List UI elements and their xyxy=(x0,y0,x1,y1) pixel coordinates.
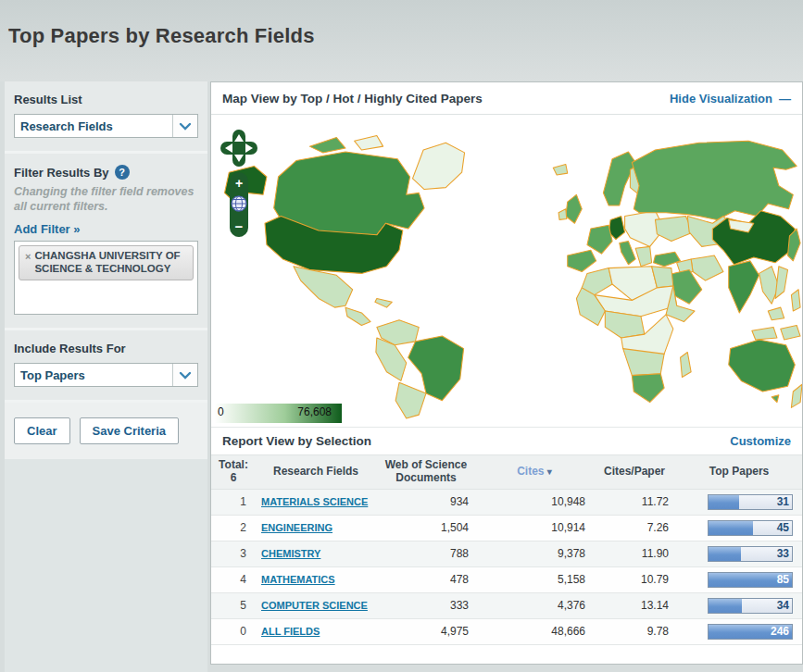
row-cites: 48,666 xyxy=(476,618,593,644)
main-panel: Map View by Top / Hot / Highly Cited Pap… xyxy=(210,81,803,665)
globe-icon[interactable] xyxy=(232,196,246,211)
save-criteria-button[interactable]: Save Criteria xyxy=(80,417,180,444)
include-results-dropdown[interactable]: Top Papers xyxy=(14,363,198,387)
report-row: 4MATHEMATICS4785,15810.7985 xyxy=(211,566,802,592)
row-docs: 4,975 xyxy=(376,618,476,644)
row-cites-per-paper: 11.72 xyxy=(593,489,676,515)
column-cites-per-paper[interactable]: Cites/Paper xyxy=(593,455,676,489)
map-legend-gradient: 0 76,608 xyxy=(215,404,342,423)
filter-panel: Filter Results By ? Changing the filter … xyxy=(5,154,207,330)
report-row: 1MATERIALS SCIENCE93410,94811.7231 xyxy=(211,489,802,515)
row-cites-per-paper: 7.26 xyxy=(593,515,676,541)
filter-chip[interactable]: × CHANGSHA UNIVERSITY OF SCIENCE & TECHN… xyxy=(19,245,194,280)
row-cites-per-paper: 10.79 xyxy=(593,566,676,592)
research-field-link[interactable]: ALL FIELDS xyxy=(261,626,320,639)
hide-visualization-link[interactable]: Hide Visualization — xyxy=(670,92,791,106)
total-value: 6 xyxy=(213,472,254,485)
research-field-link[interactable]: MATERIALS SCIENCE xyxy=(261,496,368,509)
top-papers-value: 33 xyxy=(777,547,789,561)
hide-visualization-label: Hide Visualization xyxy=(670,92,772,106)
top-papers-value: 34 xyxy=(777,599,789,613)
row-docs: 478 xyxy=(376,566,476,592)
remove-filter-icon[interactable]: × xyxy=(25,250,31,276)
results-list-dropdown[interactable]: Research Fields xyxy=(14,114,198,138)
world-map[interactable] xyxy=(211,115,802,427)
row-rank: 4 xyxy=(211,566,256,592)
column-wos-documents[interactable]: Web of Science Documents xyxy=(376,455,476,489)
sort-desc-icon: ▾ xyxy=(547,467,552,477)
page: Top Papers by Research Fields Results Li… xyxy=(0,0,803,672)
report-row: 2ENGINEERING1,50410,9147.2645 xyxy=(211,515,802,541)
report-view-title: Report View by Selection xyxy=(222,434,371,448)
row-rank: 1 xyxy=(211,489,256,515)
filter-chip-label: CHANGSHA UNIVERSITY OF SCIENCE & TECHNOL… xyxy=(34,250,187,276)
zoom-in-button[interactable]: + xyxy=(235,176,243,191)
map-controls: + − xyxy=(220,130,257,243)
column-cites-sorted[interactable]: Cites ▾ xyxy=(476,455,593,489)
include-results-label: Include Results For xyxy=(14,342,198,355)
row-docs: 788 xyxy=(376,541,476,566)
top-papers-bar: 45 xyxy=(708,520,793,536)
row-cites: 10,948 xyxy=(476,489,593,515)
results-list-panel: Results List Research Fields xyxy=(5,81,207,154)
sidebar-actions: Clear Save Criteria xyxy=(5,403,207,459)
row-cites-per-paper: 9.78 xyxy=(593,618,676,644)
top-papers-value: 31 xyxy=(777,495,789,509)
collapse-icon: — xyxy=(779,92,791,106)
sidebar: Results List Research Fields Filter Resu… xyxy=(5,81,207,672)
report-table-header: Total: 6 Research Fields Web of Science … xyxy=(211,455,802,489)
legend-min: 0 xyxy=(218,405,224,418)
include-results-panel: Include Results For Top Papers xyxy=(5,330,207,403)
zoom-out-button[interactable]: − xyxy=(235,218,244,234)
row-cites-per-paper: 11.90 xyxy=(593,541,676,566)
column-top-papers[interactable]: Top Papers xyxy=(676,455,802,489)
row-docs: 934 xyxy=(376,489,476,515)
chevron-down-icon xyxy=(172,364,197,386)
row-cites: 4,376 xyxy=(476,592,593,618)
help-icon[interactable]: ? xyxy=(115,165,130,180)
report-table: Total: 6 Research Fields Web of Science … xyxy=(211,455,802,645)
page-title: Top Papers by Research Fields xyxy=(8,24,803,48)
top-papers-bar: 85 xyxy=(708,572,793,588)
row-rank: 3 xyxy=(211,541,256,566)
top-papers-value: 85 xyxy=(777,573,789,587)
row-docs: 1,504 xyxy=(376,515,476,541)
report-row: 5COMPUTER SCIENCE3334,37613.1434 xyxy=(211,592,802,618)
report-row: 0ALL FIELDS4,97548,6669.78246 xyxy=(211,618,802,644)
report-row: 3CHEMISTRY7889,37811.9033 xyxy=(211,541,802,566)
top-papers-bar: 31 xyxy=(708,494,793,510)
research-field-link[interactable]: MATHEMATICS xyxy=(261,574,335,587)
map-view-title: Map View by Top / Hot / Highly Cited Pap… xyxy=(222,92,483,106)
results-list-value: Research Fields xyxy=(15,115,172,137)
row-rank: 2 xyxy=(211,515,256,541)
chevron-down-icon xyxy=(172,115,197,137)
top-papers-bar: 34 xyxy=(708,598,793,614)
row-cites: 5,158 xyxy=(476,566,593,592)
top-papers-value: 45 xyxy=(777,521,789,535)
map-pan-control[interactable] xyxy=(220,130,257,167)
cites-label: Cites xyxy=(517,465,544,478)
top-papers-bar: 33 xyxy=(708,546,793,562)
add-filter-link[interactable]: Add Filter » xyxy=(14,222,81,236)
report-table-body: 1MATERIALS SCIENCE93410,94811.72312ENGIN… xyxy=(211,489,802,644)
results-list-label: Results List xyxy=(14,93,198,106)
legend-max: 76,608 xyxy=(297,405,332,418)
total-label: Total: xyxy=(213,459,254,472)
research-field-link[interactable]: COMPUTER SCIENCE xyxy=(261,600,368,613)
row-rank: 0 xyxy=(211,618,256,644)
filter-label: Filter Results By xyxy=(14,166,109,180)
research-field-link[interactable]: CHEMISTRY xyxy=(261,548,320,561)
row-rank: 5 xyxy=(211,592,256,618)
filter-chip-box: × CHANGSHA UNIVERSITY OF SCIENCE & TECHN… xyxy=(14,241,198,315)
top-papers-bar: 246 xyxy=(708,624,793,640)
include-results-value: Top Papers xyxy=(15,364,172,386)
research-field-link[interactable]: ENGINEERING xyxy=(261,522,332,535)
filter-note: Changing the filter field removes all cu… xyxy=(14,185,198,214)
page-header: Top Papers by Research Fields xyxy=(0,0,803,81)
row-cites: 10,914 xyxy=(476,515,593,541)
clear-button[interactable]: Clear xyxy=(14,417,70,444)
customize-link[interactable]: Customize xyxy=(730,434,791,448)
row-cites-per-paper: 13.14 xyxy=(593,592,676,618)
column-research-fields[interactable]: Research Fields xyxy=(256,455,376,489)
top-papers-value: 246 xyxy=(771,625,789,639)
